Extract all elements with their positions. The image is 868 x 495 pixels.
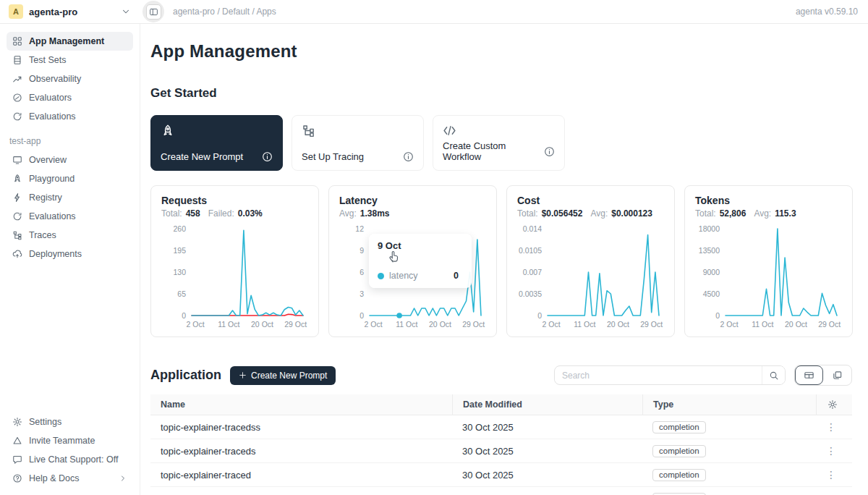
info-icon[interactable] xyxy=(544,146,555,157)
row-menu-button[interactable]: ⋮ xyxy=(816,469,852,481)
svg-text:0: 0 xyxy=(537,311,542,320)
trace-tree-icon xyxy=(12,230,22,240)
svg-text:0: 0 xyxy=(715,311,720,320)
row-menu-button[interactable]: ⋮ xyxy=(816,421,852,433)
svg-text:12: 12 xyxy=(355,224,364,233)
svg-text:65: 65 xyxy=(177,289,186,298)
set-up-tracing-card[interactable]: Set Up Tracing xyxy=(292,115,424,171)
table-row[interactable]: career-assessment 27 Oct 2025 completion… xyxy=(150,487,852,495)
svg-text:0.007: 0.007 xyxy=(523,268,542,276)
chevron-down-icon xyxy=(121,7,131,17)
search-button[interactable] xyxy=(762,366,785,384)
col-header-type[interactable]: Type xyxy=(642,394,816,415)
workspace-avatar: A xyxy=(9,4,23,19)
sidebar-toggle-halo xyxy=(142,1,164,22)
card-view-icon xyxy=(832,370,843,381)
sidebar-item-label: Playground xyxy=(29,174,127,184)
sidebar-item-traces[interactable]: Traces xyxy=(7,226,133,245)
create-custom-workflow-card[interactable]: Create Custom Workflow xyxy=(433,115,565,171)
sidebar-item-evaluators[interactable]: Evaluators xyxy=(7,88,133,107)
cost-chart[interactable]: 00.00350.0070.01050.0142 Oct11 Oct20 Oct… xyxy=(517,224,664,333)
column-settings-cell xyxy=(816,394,852,415)
type-badge: completion xyxy=(652,469,706,481)
trend-chart-icon xyxy=(12,74,22,84)
table-header-row: Name Date Modified Type xyxy=(150,394,852,415)
rocket-icon xyxy=(161,124,273,138)
search-input[interactable] xyxy=(555,371,762,381)
view-toggle xyxy=(794,365,852,386)
search-icon xyxy=(769,371,779,381)
svg-text:0.0035: 0.0035 xyxy=(519,289,542,298)
create-new-prompt-card[interactable]: Create New Prompt xyxy=(150,115,283,171)
card-label: Create New Prompt xyxy=(161,151,243,162)
chart-tooltip: 9 Oct latency 0 xyxy=(369,234,472,288)
sidebar-item-label: Evaluators xyxy=(29,93,127,103)
create-new-prompt-button[interactable]: Create New Prompt xyxy=(230,366,336,385)
tokens-chart[interactable]: 04500900013500180002 Oct11 Oct20 Oct29 O… xyxy=(695,224,842,333)
card-view-button[interactable] xyxy=(823,365,851,385)
sidebar-item-evaluations-app[interactable]: Evaluations xyxy=(7,207,133,226)
chart-stats: Avg:1.38ms xyxy=(339,208,486,219)
date-modified: 30 Oct 2025 xyxy=(452,470,642,481)
svg-text:20 Oct: 20 Oct xyxy=(429,320,451,329)
search-box xyxy=(554,365,786,385)
requests-chart[interactable]: 0651301952602 Oct11 Oct20 Oct29 Oct xyxy=(161,224,308,333)
sidebar-item-evaluations[interactable]: Evaluations xyxy=(7,107,133,126)
sidebar-item-label: Invite Teammate xyxy=(29,436,127,446)
svg-text:195: 195 xyxy=(173,246,186,255)
sidebar-item-settings[interactable]: Settings xyxy=(7,412,133,431)
gear-icon[interactable] xyxy=(827,399,838,410)
sidebar-item-help-docs[interactable]: Help & Docs xyxy=(7,469,133,488)
workspace-selector[interactable]: A agenta-pro xyxy=(0,0,140,23)
svg-text:29 Oct: 29 Oct xyxy=(462,320,485,329)
chart-stats: Total:$0.056452 Avg:$0.000123 xyxy=(517,208,664,219)
svg-text:20 Oct: 20 Oct xyxy=(251,320,273,329)
chart-stats: Total:52,806 Avg:115.3 xyxy=(695,208,842,219)
applications-table: Name Date Modified Type topic-explainer-… xyxy=(150,394,852,495)
svg-text:2 Oct: 2 Oct xyxy=(542,320,561,329)
sidebar-item-invite-teammate[interactable]: Invite Teammate xyxy=(7,431,133,450)
sidebar-item-test-sets[interactable]: Test Sets xyxy=(7,51,133,69)
col-header-name[interactable]: Name xyxy=(150,394,452,415)
type-badge: completion xyxy=(652,445,706,457)
sidebar-item-label: Help & Docs xyxy=(29,473,112,483)
sidebar-item-playground[interactable]: Playground xyxy=(7,169,133,188)
card-label: Set Up Tracing xyxy=(302,151,364,162)
sidebar-toggle-button[interactable] xyxy=(146,4,161,20)
app-name: topic-explainer-traceds xyxy=(150,446,452,457)
breadcrumb[interactable]: agenta-pro / Default / Apps xyxy=(173,7,276,17)
sidebar-item-label: Overview xyxy=(29,155,127,165)
svg-text:11 Oct: 11 Oct xyxy=(752,320,773,329)
gauge-icon xyxy=(12,93,22,103)
sidebar-item-deployments[interactable]: Deployments xyxy=(7,245,133,263)
refresh-icon xyxy=(12,111,22,122)
sidebar-item-app-management[interactable]: App Management xyxy=(7,32,133,51)
info-icon[interactable] xyxy=(403,151,414,162)
type-badge: completion xyxy=(652,493,706,495)
svg-text:260: 260 xyxy=(173,224,186,233)
metrics-cards: Requests Total:458 Failed:0.03% 06513019… xyxy=(150,185,852,337)
sidebar-item-overview[interactable]: Overview xyxy=(7,151,133,169)
info-icon[interactable] xyxy=(262,151,273,162)
refresh-icon xyxy=(12,211,22,221)
mouse-cursor-icon xyxy=(387,250,401,263)
grid-icon xyxy=(12,36,22,46)
table-row[interactable]: topic-explainer-tracedss 30 Oct 2025 com… xyxy=(150,415,852,439)
sidebar-item-label: Observability xyxy=(29,74,127,84)
sidebar-item-label: App Management xyxy=(29,36,127,46)
code-icon xyxy=(443,124,555,138)
svg-text:4500: 4500 xyxy=(703,289,720,298)
sidebar-item-observability[interactable]: Observability xyxy=(7,69,133,88)
gear-icon xyxy=(12,417,22,427)
series-dot-icon xyxy=(378,273,384,279)
sidebar-item-registry[interactable]: Registry xyxy=(7,188,133,207)
svg-text:0.0105: 0.0105 xyxy=(519,246,542,255)
date-modified: 30 Oct 2025 xyxy=(452,446,642,457)
table-view-button[interactable] xyxy=(795,365,823,385)
table-row[interactable]: topic-explainer-traced 30 Oct 2025 compl… xyxy=(150,463,852,487)
col-header-date-modified[interactable]: Date Modified xyxy=(452,394,642,415)
table-row[interactable]: topic-explainer-traceds 30 Oct 2025 comp… xyxy=(150,439,852,463)
sidebar-item-live-chat-support[interactable]: Live Chat Support: Off xyxy=(7,450,133,469)
cost-chart-card: Cost Total:$0.056452 Avg:$0.000123 00.00… xyxy=(506,185,675,337)
row-menu-button[interactable]: ⋮ xyxy=(816,445,852,457)
